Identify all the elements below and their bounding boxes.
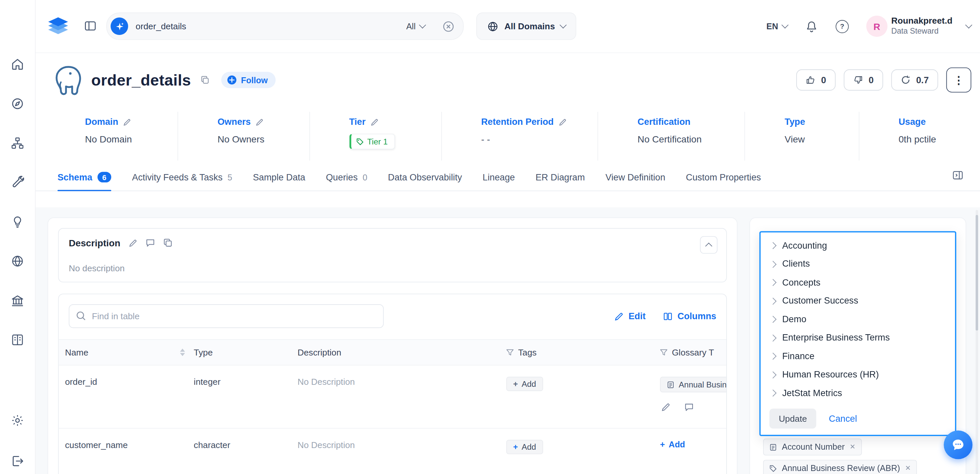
- tab-lineage[interactable]: Lineage: [482, 167, 515, 190]
- edit-table-button[interactable]: Edit: [614, 311, 646, 321]
- edit-pencil-icon[interactable]: [123, 118, 131, 126]
- selected-term-chip[interactable]: Annual Business Review (ABR) ✕: [763, 460, 917, 474]
- chevron-right-icon[interactable]: [770, 371, 776, 378]
- selected-term-chip[interactable]: Account Number ✕: [763, 439, 862, 456]
- glossary-book-icon[interactable]: [11, 333, 24, 347]
- add-tag-button[interactable]: + Add: [506, 440, 543, 454]
- retention-label[interactable]: Retention Period: [481, 117, 598, 127]
- bank-icon[interactable]: [11, 294, 24, 307]
- usage-label[interactable]: Usage: [899, 117, 980, 127]
- glossary-tree-item-customer-success[interactable]: Customer Success: [760, 291, 955, 310]
- glossary-tree-item-concepts[interactable]: Concepts: [760, 273, 955, 291]
- chevron-right-icon[interactable]: [770, 279, 776, 286]
- language-selector[interactable]: EN: [767, 22, 788, 31]
- quality-score-button[interactable]: 0.7: [891, 69, 938, 91]
- cell-name[interactable]: customer_name: [59, 429, 194, 450]
- settings-gear-icon[interactable]: [11, 414, 24, 428]
- tab-schema-count: 6: [97, 172, 111, 183]
- search-input[interactable]: [135, 21, 400, 32]
- owners-label[interactable]: Owners: [218, 117, 309, 127]
- chevron-right-icon[interactable]: [770, 390, 776, 396]
- comment-icon[interactable]: [145, 238, 154, 247]
- cancel-button[interactable]: Cancel: [829, 414, 857, 423]
- update-button[interactable]: Update: [769, 409, 816, 428]
- copy-icon[interactable]: [200, 75, 210, 85]
- filter-funnel-icon[interactable]: [660, 348, 668, 356]
- chat-support-button[interactable]: [944, 430, 972, 459]
- sidebar-toggle-icon[interactable]: [84, 19, 97, 33]
- edit-pencil-icon[interactable]: [129, 238, 137, 247]
- tier-label[interactable]: Tier: [349, 117, 441, 127]
- downvote-button[interactable]: 0: [843, 69, 883, 91]
- chevron-right-icon[interactable]: [770, 353, 776, 359]
- global-search-bar[interactable]: All: [106, 13, 464, 40]
- add-tag-button[interactable]: + Add: [506, 377, 543, 391]
- chevron-right-icon[interactable]: [770, 316, 776, 323]
- insights-bulb-icon[interactable]: [11, 215, 24, 229]
- notifications-bell-icon[interactable]: [805, 20, 818, 33]
- entity-tabs: Schema6 Activity Feeds & Tasks5 Sample D…: [35, 162, 980, 191]
- edit-pencil-icon[interactable]: [559, 118, 567, 126]
- edit-pencil-icon[interactable]: [371, 118, 379, 126]
- tab-schema[interactable]: Schema6: [57, 167, 111, 190]
- certification-label[interactable]: Certification: [638, 117, 745, 127]
- header-stats: 0 0 0.7 ⋮: [796, 68, 971, 92]
- glossary-tree-item-jetstat-metrics[interactable]: JetStat Metrics: [760, 383, 955, 402]
- more-actions-button[interactable]: ⋮: [947, 68, 971, 92]
- domains-filter-button[interactable]: All Domains: [476, 13, 576, 40]
- cell-description: No Description: [298, 429, 506, 450]
- domain-label[interactable]: Domain: [85, 117, 178, 127]
- chevron-right-icon[interactable]: [770, 297, 776, 304]
- chevron-right-icon[interactable]: [770, 242, 776, 249]
- add-glossary-term-button[interactable]: + Add: [660, 440, 685, 449]
- follow-button[interactable]: Follow: [221, 72, 276, 88]
- columns-button[interactable]: Columns: [663, 311, 716, 321]
- tab-custom-properties[interactable]: Custom Properties: [686, 167, 761, 190]
- glossary-tree-item-clients[interactable]: Clients: [760, 254, 955, 273]
- edit-pencil-icon: [614, 312, 624, 321]
- search-clear-icon[interactable]: [442, 20, 455, 32]
- glossary-tree-item-enterprise-business-terms[interactable]: Enterprise Business Terms: [760, 328, 955, 347]
- glossary-tree-item-finance[interactable]: Finance: [760, 347, 955, 365]
- tier-chip[interactable]: Tier 1: [349, 134, 395, 150]
- home-icon[interactable]: [11, 57, 24, 71]
- sort-icon[interactable]: [180, 348, 185, 356]
- tab-er-diagram[interactable]: ER Diagram: [535, 167, 585, 190]
- glossary-tree-item-human-resources[interactable]: Human Resources (HR): [760, 365, 955, 383]
- glossary-term-chip[interactable]: Annual Busine: [660, 377, 726, 393]
- globe-icon[interactable]: [11, 254, 24, 268]
- wrench-icon[interactable]: [11, 175, 24, 189]
- tree-label: Human Resources (HR): [782, 369, 879, 380]
- app-logo-icon[interactable]: [46, 14, 70, 38]
- comment-icon[interactable]: [684, 402, 694, 412]
- glossary-tree-item-demo[interactable]: Demo: [760, 310, 955, 328]
- chevron-right-icon[interactable]: [770, 261, 776, 267]
- user-menu[interactable]: R Rounakpreet.d Data Steward: [866, 16, 971, 37]
- scrollbar-thumb[interactable]: [976, 215, 978, 331]
- hierarchy-icon[interactable]: [11, 136, 24, 150]
- explore-compass-icon[interactable]: [11, 97, 24, 110]
- tab-sample-data[interactable]: Sample Data: [253, 167, 305, 190]
- description-collapse-button[interactable]: [700, 236, 718, 254]
- search-scope-dropdown[interactable]: All: [406, 22, 425, 31]
- tab-data-observability[interactable]: Data Observability: [388, 167, 462, 190]
- glossary-tree-item-accounting[interactable]: Accounting: [760, 236, 955, 254]
- right-panel-toggle-icon[interactable]: [952, 169, 964, 181]
- tab-activity-feeds[interactable]: Activity Feeds & Tasks5: [132, 167, 232, 190]
- upvote-button[interactable]: 0: [796, 69, 835, 91]
- chevron-right-icon[interactable]: [770, 334, 776, 341]
- cell-name[interactable]: order_id: [59, 366, 194, 387]
- tab-queries[interactable]: Queries0: [326, 167, 367, 190]
- find-in-table-input[interactable]: [68, 304, 383, 328]
- suggestions-stack-icon[interactable]: [163, 238, 172, 247]
- logout-icon[interactable]: [11, 454, 24, 468]
- help-icon[interactable]: ?: [835, 20, 848, 33]
- tab-view-definition[interactable]: View Definition: [605, 167, 665, 190]
- filter-funnel-icon[interactable]: [506, 348, 514, 356]
- edit-pencil-icon[interactable]: [661, 402, 671, 412]
- remove-term-icon[interactable]: ✕: [905, 464, 911, 472]
- edit-pencil-icon[interactable]: [256, 118, 264, 126]
- type-label[interactable]: Type: [784, 117, 859, 127]
- remove-term-icon[interactable]: ✕: [850, 443, 856, 451]
- ai-sparkle-icon[interactable]: [111, 17, 128, 35]
